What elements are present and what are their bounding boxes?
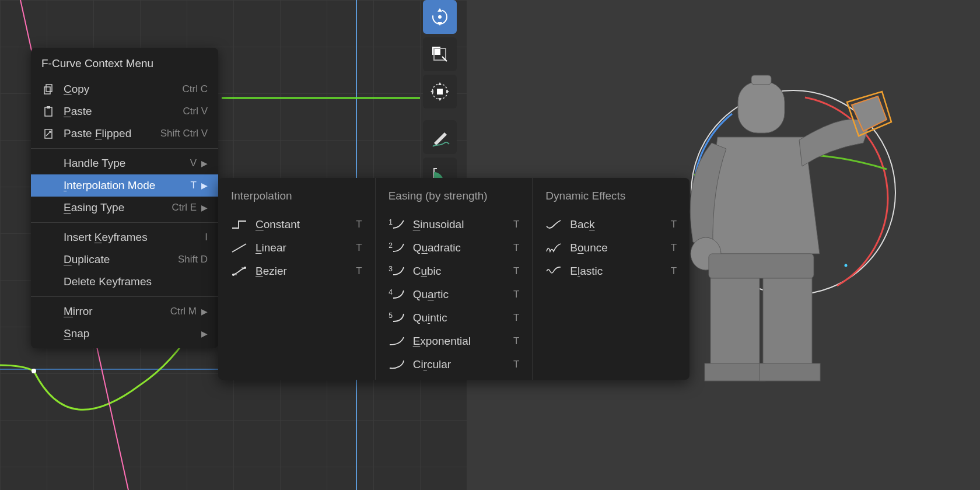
svg-rect-18 [47,106,50,108]
menu-easing-type[interactable]: Easing Type Ctrl E ▶ [31,197,218,219]
back-icon [545,218,562,231]
menu-mirror[interactable]: Mirror Ctrl M ▶ [31,300,218,323]
elastic-icon [545,265,562,278]
tool-annotate[interactable] [423,120,457,154]
ease1-icon: 1 [388,218,405,231]
chevron-right-icon: ▶ [201,203,208,212]
circ-icon [388,358,405,371]
copy-icon [41,82,55,96]
tool-rotate[interactable] [423,0,457,34]
submenu-col-interpolation: Interpolation ConstantT LinearT BezierT [218,178,376,380]
menu-handle-type[interactable]: Handle Type V ▶ [31,152,218,174]
expo-icon [388,335,405,348]
menu-duplicate[interactable]: Duplicate Shift D [31,249,218,271]
pencil-icon [429,127,450,148]
submenu-col-easing: Easing (by strength) 1 SinusoidalT 2 Qua… [376,178,533,380]
paste-icon [41,104,55,118]
ease-exponential[interactable]: ExponentialT [376,330,533,353]
rotate-icon [429,6,450,27]
menu-insert-keyframes[interactable]: Insert Keyframes I [31,226,218,249]
tool-scale[interactable] [423,37,457,71]
menu-delete-keyframes[interactable]: Delete Keyframes [31,271,218,293]
linear-icon [231,242,247,254]
submenu-header: Interpolation [218,181,375,213]
menu-interpolation-mode[interactable]: Interpolation Mode T ▶ [31,174,218,197]
constant-icon [231,218,247,231]
submenu-header: Easing (by strength) [376,181,533,213]
scale-icon [429,44,450,65]
chevron-right-icon: ▶ [201,159,208,168]
menu-paste[interactable]: Paste Ctrl V [31,100,218,123]
chevron-right-icon: ▶ [201,181,208,190]
submenu-header: Dynamic Effects [533,181,690,213]
dyn-back[interactable]: BackT [533,213,690,236]
ease-circular[interactable]: CircularT [376,353,533,376]
bezier-icon [231,265,247,278]
menu-snap[interactable]: Snap ▶ [31,323,218,345]
ease4-icon: 4 [388,288,405,301]
svg-rect-17 [45,107,52,116]
chevron-right-icon: ▶ [201,329,208,338]
menu-paste-flipped[interactable]: Paste Flipped Shift Ctrl V [31,123,218,145]
viewport-toolbar [423,0,464,191]
svg-marker-4 [438,8,442,12]
svg-rect-16 [46,85,52,92]
ease3-icon: 3 [388,265,405,278]
chevron-right-icon: ▶ [201,307,208,316]
dyn-elastic[interactable]: ElasticT [533,260,690,283]
ease5-icon: 5 [388,312,405,324]
interp-linear[interactable]: LinearT [218,236,375,260]
svg-rect-15 [44,87,50,94]
svg-point-6 [438,15,442,19]
fcurve-context-menu: F-Curve Context Menu Copy Ctrl C Paste C… [31,48,218,348]
submenu-col-dynamic: Dynamic Effects BackT BounceT ElasticT [533,178,690,380]
interpolation-submenu: Interpolation ConstantT LinearT BezierT … [218,178,690,380]
interp-bezier[interactable]: BezierT [218,260,375,283]
context-menu-title: F-Curve Context Menu [31,51,218,78]
menu-copy[interactable]: Copy Ctrl C [31,78,218,100]
ease-quartic[interactable]: 4 QuarticT [376,283,533,306]
interp-constant[interactable]: ConstantT [218,213,375,236]
tool-transform[interactable] [423,75,457,108]
ease-quadratic[interactable]: 2 QuadraticT [376,236,533,260]
ease-cubic[interactable]: 3 CubicT [376,260,533,283]
ease-sinusoidal[interactable]: 1 SinusoidalT [376,213,533,236]
dyn-bounce[interactable]: BounceT [533,236,690,260]
svg-rect-10 [437,89,443,94]
ease-quintic[interactable]: 5 QuinticT [376,306,533,330]
transform-icon [429,81,450,102]
bounce-icon [545,242,562,254]
paste-flipped-icon [41,127,55,141]
ease2-icon: 2 [388,242,405,254]
